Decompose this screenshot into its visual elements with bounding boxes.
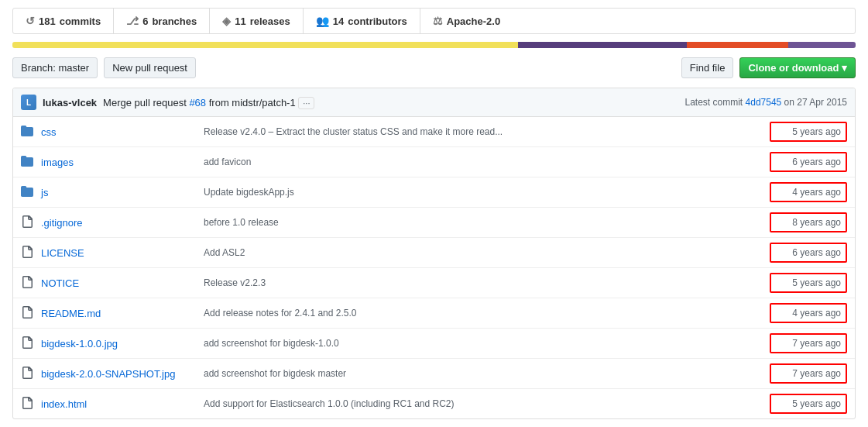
new-pull-request-label: New pull request	[112, 62, 187, 74]
file-icon	[21, 397, 33, 412]
file-icon	[21, 306, 33, 321]
language-bar	[12, 42, 856, 48]
file-rows: cssRelease v2.4.0 – Extract the cluster …	[13, 117, 855, 418]
repo-stats-bar: ↺ 181 commits ⎇ 6 branches ◈ 11 releases…	[12, 8, 856, 34]
file-name: bigdesk-1.0.0.jpg	[41, 338, 196, 350]
file-name: css	[41, 126, 196, 138]
file-name-link[interactable]: .gitignore	[41, 217, 82, 229]
branch-selector[interactable]: Branch: master	[12, 57, 98, 78]
commit-header: L lukas-vlcek Merge pull request #68 fro…	[13, 88, 855, 117]
file-icon	[21, 367, 33, 381]
table-row: LICENSEAdd ASL26 years ago	[13, 238, 855, 268]
commit-message-text: Merge pull request	[103, 97, 189, 108]
file-time: 7 years ago	[770, 333, 847, 353]
releases-icon: ◈	[222, 15, 231, 27]
commits-stat[interactable]: ↺ 181 commits	[13, 9, 114, 33]
commit-sha-link[interactable]: 4dd7545	[746, 97, 782, 108]
file-name-link[interactable]: NOTICE	[41, 277, 79, 289]
commit-author: lukas-vlcek	[43, 97, 97, 108]
file-time: 5 years ago	[770, 273, 847, 293]
commit-pr-suffix: from midstr/patch-1	[206, 97, 296, 108]
releases-stat[interactable]: ◈ 11 releases	[210, 9, 304, 33]
file-name-link[interactable]: README.md	[41, 308, 101, 319]
file-icon	[21, 336, 33, 351]
commits-count: 181	[39, 15, 56, 27]
contributors-count: 14	[333, 15, 344, 27]
find-file-button[interactable]: Find file	[681, 57, 734, 78]
branches-label: branches	[152, 15, 197, 27]
commit-ellipsis[interactable]: ···	[298, 97, 314, 109]
avatar: L	[21, 95, 36, 110]
contributors-stat[interactable]: 👥 14 contributors	[304, 9, 420, 33]
file-time: 5 years ago	[770, 122, 847, 142]
right-actions: Find file Clone or download ▾	[681, 57, 856, 78]
file-name: README.md	[41, 308, 196, 319]
table-row: jsUpdate bigdeskApp.js4 years ago	[13, 177, 855, 208]
file-icon	[21, 276, 33, 291]
branches-count: 6	[142, 15, 148, 27]
file-name: .gitignore	[41, 217, 196, 229]
file-time: 6 years ago	[770, 152, 847, 172]
folder-icon	[21, 185, 33, 200]
license-icon: ⚖	[433, 15, 443, 27]
file-name-link[interactable]: images	[41, 157, 74, 168]
file-commit-message: Add release notes for 2.4.1 and 2.5.0	[204, 308, 762, 319]
file-time: 7 years ago	[770, 363, 847, 384]
file-commit-message: add screenshot for bigdesk master	[204, 368, 762, 379]
lang-other	[788, 42, 856, 48]
table-row: cssRelease v2.4.0 – Extract the cluster …	[13, 117, 855, 147]
table-row: README.mdAdd release notes for 2.4.1 and…	[13, 298, 855, 329]
branch-group: Branch: master New pull request	[12, 57, 196, 78]
file-time: 8 years ago	[770, 212, 847, 232]
file-time: 4 years ago	[770, 303, 847, 323]
file-name-link[interactable]: bigdesk-1.0.0.jpg	[41, 338, 118, 350]
commit-meta: Latest commit 4dd7545 on 27 Apr 2015	[684, 97, 847, 108]
license-stat[interactable]: ⚖ Apache-2.0	[420, 9, 513, 33]
file-time: 5 years ago	[770, 394, 847, 414]
license-label: Apache-2.0	[447, 15, 500, 27]
file-commit-message: before 1.0 release	[204, 217, 762, 228]
table-row: NOTICERelease v2.2.35 years ago	[13, 268, 855, 298]
file-commit-message: add favicon	[204, 157, 762, 167]
file-icon	[21, 246, 33, 260]
releases-label: releases	[250, 15, 290, 27]
file-name-link[interactable]: bigdesk-2.0.0-SNAPSHOT.jpg	[41, 368, 175, 380]
contributors-label: contributors	[348, 15, 407, 27]
commit-date: on 27 Apr 2015	[784, 97, 847, 108]
file-icon	[21, 215, 33, 230]
file-commit-message: Release v2.4.0 – Extract the cluster sta…	[204, 126, 762, 137]
file-commit-message: Update bigdeskApp.js	[204, 187, 762, 198]
table-row: bigdesk-1.0.0.jpgadd screenshot for bigd…	[13, 329, 855, 359]
file-name: images	[41, 157, 196, 168]
find-file-label: Find file	[690, 62, 726, 74]
file-commit-message: Add support for Elasticsearch 1.0.0 (inc…	[204, 398, 762, 409]
file-commit-message: Release v2.2.3	[204, 277, 762, 288]
file-name-link[interactable]: LICENSE	[41, 247, 84, 259]
file-time: 4 years ago	[770, 182, 847, 202]
branch-label: Branch: master	[21, 62, 89, 74]
table-row: .gitignorebefore 1.0 release8 years ago	[13, 208, 855, 238]
file-time: 6 years ago	[770, 243, 847, 263]
latest-commit-label: Latest commit	[684, 97, 743, 108]
contributors-icon: 👥	[316, 15, 329, 27]
file-name: NOTICE	[41, 277, 196, 289]
file-name-link[interactable]: js	[41, 187, 48, 198]
branches-stat[interactable]: ⎇ 6 branches	[114, 9, 210, 33]
lang-javascript	[12, 42, 518, 48]
clone-or-download-button[interactable]: Clone or download ▾	[739, 57, 856, 78]
folder-icon	[21, 125, 33, 139]
file-name: js	[41, 187, 196, 198]
new-pull-request-button[interactable]: New pull request	[104, 57, 196, 78]
commits-icon: ↺	[26, 15, 35, 27]
lang-css	[518, 42, 687, 48]
commits-label: commits	[60, 15, 101, 27]
branches-icon: ⎇	[126, 15, 139, 27]
file-commit-message: add screenshot for bigdesk-1.0.0	[204, 338, 762, 349]
folder-icon	[21, 155, 33, 170]
commit-pr-link[interactable]: #68	[189, 97, 206, 108]
clone-label: Clone or download ▾	[748, 62, 847, 74]
file-name-link[interactable]: index.html	[41, 398, 87, 410]
table-row: bigdesk-2.0.0-SNAPSHOT.jpgadd screenshot…	[13, 359, 855, 389]
file-name-link[interactable]: css	[41, 126, 57, 138]
file-name: bigdesk-2.0.0-SNAPSHOT.jpg	[41, 368, 196, 380]
